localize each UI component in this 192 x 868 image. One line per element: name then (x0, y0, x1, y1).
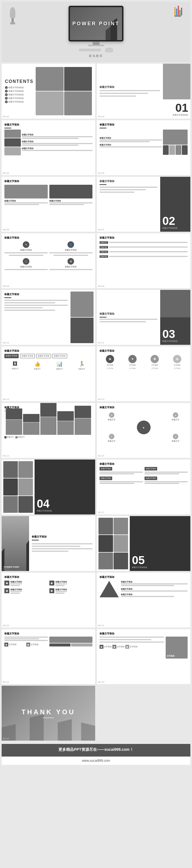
slide13-title: 标题文字添加 (100, 349, 188, 353)
slide-label-17: NO.17 (98, 511, 104, 514)
slide-03-number: 标题文字添加 03 标题文字添加此处 NO.11 (97, 290, 190, 345)
footer-website: www.sucai999.com (2, 756, 190, 765)
icon-tag-1: 🖼 标题文字 (4, 361, 26, 370)
num-01-label: 标题文字添加此处 (165, 114, 188, 116)
slide10-title: 标题文字添加 (4, 292, 68, 296)
contents-item-2: 2 标题文字添加此处 (5, 90, 33, 93)
contents-list: 1 标题文字添加此处 2 标题文字添加此处 3 标题文字添加此处 4 标题文字添… (5, 86, 33, 103)
slide-label-5: NO.05 (98, 172, 104, 174)
slide-8: 标题文字添加 ✎ 标题文字添加 👤 标题文字添加 ☆ 标题文字添加 (2, 233, 95, 288)
slide-hero: POWER POINT 菜鸟图库 (2, 2, 190, 62)
contents-item-1: 1 标题文字添加此处 (5, 86, 33, 89)
slide3-title: 标题文字添加 (100, 85, 160, 89)
contents-num-5: 5 (5, 100, 8, 103)
contents-item-3: 3 标题文字添加此处 (5, 93, 33, 96)
slide-20: 标题文字添加 ▣ 标题文字添加 ▣ 标题文字添加 (2, 572, 95, 627)
num-02-label: 标题文字添加此处 (162, 227, 188, 229)
decoration-plant (10, 7, 15, 25)
slide20-box-2: ▣ 标题文字添加 (50, 581, 93, 587)
contents-item-4: 4 标题文字添加此处 (5, 97, 33, 100)
slide-21: 标题文字添加 标题文字添加 标题文字添加 标题文字 (97, 572, 190, 627)
slide-02-number: 标题文字添加 02 标题文字添加此处 NO.07 (97, 177, 190, 232)
slide21-title: 标题文字添加 (100, 576, 188, 579)
slide-thank-you: THANK YOU NO.24 (2, 686, 95, 741)
slide-9: 标题文字添加 Part 01 Part 02 Part 03 Part 04 (97, 233, 190, 288)
icon-tag-4: 🏃 标题文字 (71, 361, 92, 370)
slide-6: 标题文字添加 标题文字添加 标题文字添加 NO.06 (2, 177, 95, 232)
contents-item-5: 5 标题文字添加此处 (5, 100, 33, 103)
hero-title: POWER POINT (72, 21, 120, 27)
slide-label-24: NO.24 (3, 737, 9, 740)
slide11-title: 标题文字添加 (100, 312, 157, 316)
tag-4: 标题文字添加 (53, 354, 67, 358)
slide5-title: 标题文字添加 (100, 123, 188, 127)
num-05: 05 (132, 555, 188, 566)
footer-main-text: 更多精品PPT资源尽在——sucai999.com！ (5, 747, 187, 752)
contents-title: CONTENTS (5, 79, 33, 84)
num-05-label: 标题文字添加此处 (132, 566, 188, 569)
slide17-item-2: 标题文字添加 (145, 467, 188, 475)
slide-label-4: NO.04 (3, 172, 9, 174)
tag-2: 标题文字添加 (20, 354, 35, 358)
footer: 更多精品PPT资源尽在——sucai999.com！ (2, 744, 190, 756)
num-02: 02 (162, 215, 188, 227)
part-03: Part 03 (100, 251, 188, 253)
slide22-right (50, 637, 93, 647)
thank-you-text: THANK YOU (22, 708, 75, 716)
part-04: Part 04 (100, 255, 188, 258)
slide22-title: 标题文字添加 (4, 632, 92, 636)
tag-3: 标题文字添加 (36, 354, 51, 358)
slide8-title: 标题文字添加 (4, 236, 92, 240)
slide-10: 标题文字添加 NO.10 (2, 290, 95, 345)
slide-17: 标题文字添加 标题文字添加 标题文字添加 (97, 460, 190, 515)
slide-label-19: NO.19 (98, 568, 104, 570)
slide-label-13: NO.13 (98, 398, 104, 401)
slide7-title: 标题文字添加 (100, 180, 157, 183)
slide20-box-3: ▣ 标题文字添加 (4, 588, 48, 594)
slide-label-23: NO.23 (98, 681, 104, 683)
slide4-title: 标题文字添加 (4, 123, 92, 127)
slide-04-number: 04 标题文字添加此处 NO.16 (2, 460, 95, 515)
slide-label-12: NO.12 (3, 398, 9, 401)
hero-monitor: POWER POINT (69, 6, 123, 53)
slide-label-22: NO.22 (3, 681, 9, 683)
num-03: 03 (162, 328, 188, 340)
slide-label-15: NO.15 (98, 455, 104, 457)
contents-num-1: 1 (5, 86, 8, 89)
slide-label-6: NO.06 (3, 228, 9, 231)
contents-num-2: 2 (5, 90, 8, 93)
slide-label-20: NO.20 (3, 624, 9, 627)
slide17-item-3: 标题文字添加 (100, 476, 143, 485)
slide22-left: ▣ 文字添加 ▣ 文字添加 (4, 637, 48, 647)
slide-5: 标题文字添加 标题文字添加 标题文字添加 (97, 120, 190, 175)
slide-label-18: NO.18 (3, 568, 9, 570)
num-01: 01 (165, 102, 188, 114)
icon-tag-2: 👍 标题文字 (27, 361, 48, 370)
circle-item-3: ✤ 文字添加 文字添加 (145, 355, 165, 370)
slide-label-14: NO.14 (3, 455, 9, 457)
slide17-item-4: 标题文字添加 (145, 476, 188, 485)
slide-18: POWER POINT 标题文字添加 NO.18 (2, 516, 95, 571)
icon-item-4: ⚙ 标题文字添加 (50, 258, 93, 271)
slide-label-9: NO.09 (98, 285, 104, 287)
slide-label-7: NO.07 (98, 228, 104, 231)
icon-item-3: ☆ 标题文字添加 (4, 258, 48, 271)
slide-label-11: NO.11 (98, 341, 104, 344)
circle-item-4: ✿ 文字添加 文字添加 (167, 355, 188, 370)
slide-14: 标题文字添加 Chart Title (2, 403, 95, 458)
slide-4: 标题文字添加 标题文字添加 标题文字添加 (2, 120, 95, 175)
footer-sub-text: www.sucai999.com (4, 759, 188, 763)
num-03-label: 标题文字添加此处 (162, 340, 188, 343)
slide9-title: 标题文字添加 (100, 236, 188, 240)
slide20-box-1: ▣ 标题文字添加 (4, 581, 48, 587)
part-02: Part 02 (100, 246, 188, 248)
slide15-title: 标题文字添加 (100, 406, 188, 409)
part-01: Part 01 (100, 241, 188, 244)
slide-15: 标题文字添加 ● A 标题文字 B 标题文字 C 标题文字 D (97, 403, 190, 458)
contents-num-3: 3 (5, 93, 8, 96)
num-04: 04 (37, 498, 93, 509)
slide-01-number: 标题文字添加 01 标题文字添加此处 NO.03 (97, 64, 190, 119)
slide6-title: 标题文字添加 (4, 180, 92, 183)
slide-12: 标题文字添加 标题文字添加 标题文字添加 标题文字添加 标题文字添加 🖼 标题文… (2, 346, 95, 401)
slide-label-21: NO.21 (98, 624, 104, 627)
